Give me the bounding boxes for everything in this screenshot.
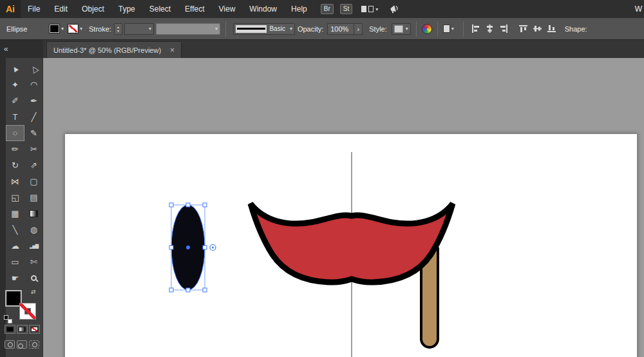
mesh-tool[interactable]: ▦ <box>6 206 24 221</box>
draw-behind-button[interactable] <box>17 340 27 349</box>
style-chip-icon <box>394 25 403 33</box>
share-icon[interactable] <box>388 2 402 15</box>
column-graph-tool[interactable]: ▂▅▇ <box>25 238 43 253</box>
scale-tool[interactable]: ⇗ <box>25 158 43 173</box>
blend-tool[interactable]: ◍ <box>25 222 43 237</box>
type-tool[interactable]: T <box>6 110 24 124</box>
tools-grid: ▲ △ ✦ ◠ ✐ ✒ T ╱ ○ ✎ ✏ ✂ ↻ ⇗ ⋈ ▢ ◱ ▤ ▦ ╲ … <box>6 61 43 286</box>
paintbrush-tool[interactable]: ✎ <box>25 126 43 140</box>
pencil-tool[interactable]: ✏ <box>6 142 24 157</box>
zoom-icon <box>31 275 37 281</box>
none-button[interactable] <box>29 325 40 334</box>
menu-type[interactable]: Type <box>111 0 142 18</box>
menu-edit[interactable]: Edit <box>47 0 75 18</box>
rotate-tool[interactable]: ↻ <box>6 158 24 173</box>
zoom-tool[interactable] <box>25 271 43 285</box>
brush-stroke-icon <box>237 28 266 30</box>
slice-tool[interactable]: ✄ <box>25 255 43 269</box>
gradient-tool[interactable] <box>25 206 43 221</box>
handle-bottom-left[interactable] <box>169 288 173 292</box>
color-button[interactable] <box>5 325 15 334</box>
line-segment-tool[interactable]: ╱ <box>25 110 43 124</box>
stroke-color-dropdown[interactable]: ▾ <box>68 24 82 34</box>
shape-builder-tool[interactable]: ◱ <box>6 190 24 205</box>
lasso-tool[interactable]: ◠ <box>25 77 43 92</box>
magic-wand-icon: ✦ <box>12 80 19 90</box>
draw-inside-button[interactable] <box>29 340 39 349</box>
eyedropper-tool[interactable]: ╲ <box>6 222 24 237</box>
artboard-tool[interactable]: ▭ <box>6 255 24 269</box>
recolor-artwork-icon[interactable] <box>422 24 432 34</box>
chevron-down-icon: ▾ <box>149 26 151 32</box>
brush-name: Basic <box>269 25 285 32</box>
selection-center-anchor[interactable] <box>186 246 190 249</box>
stepper-down-icon[interactable]: ▾ <box>117 29 119 33</box>
opacity-input[interactable]: 100% <box>327 23 354 35</box>
align-horizontal-center-icon[interactable] <box>486 24 494 33</box>
handle-top-right[interactable] <box>203 203 207 207</box>
symbol-sprayer-tool[interactable]: ☁ <box>6 238 24 253</box>
stroke-indicator[interactable] <box>19 303 36 320</box>
hand-tool[interactable]: ☛ <box>6 271 24 285</box>
select-similar-dropdown[interactable]: ▾ <box>443 24 454 33</box>
handle-middle-left[interactable] <box>169 246 173 249</box>
arrange-documents-button[interactable]: ▾ <box>361 6 378 12</box>
fill-color-dropdown[interactable]: ▾ <box>49 24 64 34</box>
canvas-area[interactable] <box>43 58 644 357</box>
menu-file[interactable]: File <box>21 0 47 18</box>
tools-panel-collapse-button[interactable]: « <box>0 40 43 58</box>
menu-help[interactable]: Help <box>284 0 314 18</box>
draw-normal-button[interactable] <box>5 340 15 349</box>
menu-bar: Ai File Edit Object Type Select Effect V… <box>0 0 644 18</box>
fill-color-swatch[interactable] <box>49 24 60 34</box>
scissors-tool[interactable]: ✂ <box>25 142 43 157</box>
direct-selection-tool[interactable]: △ <box>25 61 43 76</box>
selection-tool[interactable]: ▲ <box>6 61 24 76</box>
stroke-weight-stepper[interactable]: ▴ ▾ <box>114 23 122 35</box>
brush-definition-dropdown[interactable]: Basic ▾ <box>233 23 295 35</box>
width-profile-dropdown[interactable]: ▾ <box>156 23 220 35</box>
transform-widget[interactable] <box>210 245 216 251</box>
bridge-button[interactable]: Br <box>321 4 334 14</box>
align-horizontal-right-icon[interactable] <box>500 24 508 33</box>
swap-fill-stroke-icon[interactable]: ⇄ <box>31 289 36 295</box>
curvature-tool[interactable]: ✐ <box>6 93 24 108</box>
collapse-chevrons-icon: « <box>4 44 8 53</box>
align-vertical-center-icon[interactable] <box>533 24 542 33</box>
menu-effect[interactable]: Effect <box>178 0 211 18</box>
perspective-grid-tool[interactable]: ▤ <box>25 190 43 205</box>
opacity-more-button[interactable]: › <box>354 23 363 35</box>
close-icon[interactable]: × <box>170 46 175 55</box>
curvature-icon: ✐ <box>12 96 19 106</box>
default-fill-stroke-button[interactable] <box>4 315 12 323</box>
align-vertical-top-icon[interactable] <box>519 24 527 33</box>
document-tab[interactable]: Untitled-3* @ 50% (RGB/Preview) × <box>46 41 182 58</box>
handle-bottom-center[interactable] <box>186 288 190 292</box>
menu-window[interactable]: Window <box>242 0 284 18</box>
ellipse-tool[interactable]: ○ <box>6 126 24 140</box>
magic-wand-tool[interactable]: ✦ <box>6 77 24 92</box>
stroke-weight-dropdown[interactable]: ▾ <box>124 23 154 35</box>
free-transform-tool[interactable]: ▢ <box>25 174 43 189</box>
handle-bottom-right[interactable] <box>203 288 207 292</box>
context-label: Ellipse <box>6 25 40 33</box>
handle-top-center[interactable] <box>186 203 190 207</box>
line-segment-icon: ╱ <box>32 112 37 122</box>
pen-tool[interactable]: ✒ <box>25 93 43 108</box>
menu-select[interactable]: Select <box>142 0 178 18</box>
width-tool[interactable]: ⋈ <box>6 174 24 189</box>
graphic-style-dropdown[interactable]: ▾ <box>392 23 411 35</box>
opacity-label: Opacity: <box>298 25 323 33</box>
align-horizontal-left-icon[interactable] <box>471 24 480 33</box>
stroke-color-swatch[interactable] <box>68 24 79 34</box>
menu-view[interactable]: View <box>212 0 243 18</box>
align-vertical-bottom-icon[interactable] <box>547 24 556 33</box>
handle-top-left[interactable] <box>169 203 173 207</box>
handle-middle-right[interactable] <box>203 246 207 249</box>
menu-object[interactable]: Object <box>75 0 111 18</box>
stroke-weight-label: Stroke: <box>89 25 111 33</box>
stock-button[interactable]: St <box>340 4 352 14</box>
illustrator-window: Ai File Edit Object Type Select Effect V… <box>0 0 644 357</box>
artboard[interactable] <box>64 133 638 357</box>
gradient-button[interactable] <box>17 325 28 334</box>
